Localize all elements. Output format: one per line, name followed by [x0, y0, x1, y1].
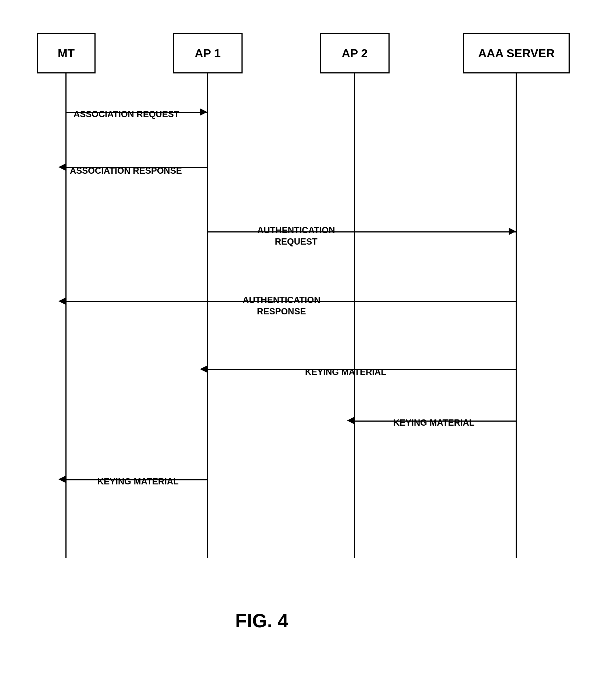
lifeline-mt [65, 73, 67, 558]
actor-mt: MT [37, 33, 96, 73]
arrowhead-keying-3 [58, 476, 66, 483]
arrowhead-keying-1 [200, 365, 207, 373]
label-auth-resp: AUTHENTICATIONRESPONSE [243, 283, 320, 317]
figure-label: FIG. 4 [235, 610, 288, 632]
label-keying-3: KEYING MATERIAL [97, 466, 179, 487]
label-keying-2: KEYING MATERIAL [393, 407, 474, 428]
label-auth-req: AUTHENTICATIONREQUEST [257, 213, 335, 248]
lifeline-ap1 [207, 73, 208, 558]
arrowhead-assoc-resp [58, 163, 66, 171]
label-assoc-resp: ASSOCIATION RESPONSE [70, 155, 182, 176]
label-assoc-req: ASSOCIATION REQUEST [74, 98, 179, 120]
actor-ap1: AP 1 [173, 33, 243, 73]
label-keying-1: KEYING MATERIAL [305, 356, 386, 378]
actor-ap2: AP 2 [320, 33, 390, 73]
arrowhead-auth-resp [58, 297, 66, 305]
sequence-diagram: MT AP 1 AP 2 AAA SERVER ASSOCIATION REQU… [15, 15, 594, 683]
lifeline-aaa [516, 73, 517, 558]
actor-aaa: AAA SERVER [463, 33, 570, 73]
arrowhead-auth-req [509, 228, 516, 235]
arrow-auth-req [207, 231, 516, 232]
arrowhead-keying-2 [347, 417, 354, 424]
arrowhead-assoc-req [200, 108, 207, 116]
lifeline-ap2 [354, 73, 355, 558]
